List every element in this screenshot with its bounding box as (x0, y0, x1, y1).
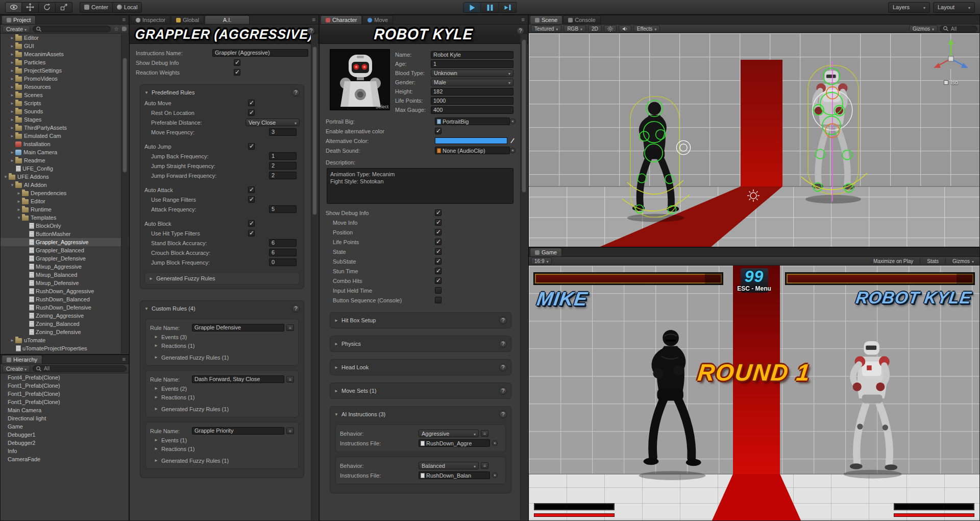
effects-dropdown[interactable]: Effects (633, 25, 660, 32)
scrollbar-thumb[interactable] (522, 39, 526, 193)
tab-character[interactable]: Character (321, 15, 362, 24)
project-tree-item[interactable]: Mixup_Defensive (1, 279, 129, 287)
project-tree-item[interactable]: Runtime (1, 205, 129, 214)
rule-checkbox[interactable] (248, 143, 255, 150)
project-tree-item[interactable]: uTomateProjectProperties (1, 344, 129, 352)
rule-number-field[interactable]: 6 (269, 249, 297, 256)
project-tree-item[interactable]: Grappler_Aggressive (1, 238, 129, 246)
hierarchy-item[interactable]: Font1_Prefab(Clone) (1, 390, 129, 398)
panel-menu-icon[interactable] (520, 16, 527, 22)
project-tree-item[interactable]: AI Addon (1, 181, 129, 189)
gizmos-dropdown[interactable]: Gizmos (909, 25, 938, 32)
object-picker-icon[interactable] (510, 119, 516, 124)
help-button[interactable] (292, 89, 300, 97)
character-text-field[interactable]: 182 (431, 88, 513, 96)
rule-checkbox[interactable] (248, 196, 255, 203)
hierarchy-item[interactable]: Main Camera (1, 406, 129, 414)
rule-number-field[interactable]: 5 (269, 205, 297, 213)
reactions-foldout[interactable]: Reactions (1) (150, 444, 294, 453)
project-tree-item[interactable]: RushDown_Defensive (1, 303, 129, 312)
char-debug-checkbox[interactable] (435, 209, 442, 216)
character-text-field[interactable]: 400 (431, 106, 513, 114)
rotate-tool-button[interactable] (39, 2, 56, 13)
tab-ai[interactable]: A.I. (205, 15, 250, 24)
project-tree-item[interactable]: RushDown_Balanced (1, 295, 129, 303)
foldout-arrow-icon[interactable] (9, 68, 15, 73)
foldout-arrow-icon[interactable] (9, 60, 15, 65)
foldout-arrow-icon[interactable] (9, 52, 15, 57)
help-button[interactable] (499, 364, 507, 371)
scene-viewport[interactable]: Iso (529, 33, 979, 247)
scene-search-input[interactable]: All (940, 26, 977, 32)
hierarchy-item[interactable]: Info (1, 447, 129, 455)
foldout-arrow-icon[interactable] (9, 158, 15, 163)
foldout-arrow-icon[interactable] (16, 191, 22, 196)
show-debug-checkbox[interactable] (234, 59, 240, 66)
project-tree-item[interactable]: GUI (1, 42, 129, 50)
scrollbar-thumb[interactable] (312, 46, 317, 215)
layers-dropdown[interactable]: Layers (888, 2, 930, 13)
foldout-arrow-icon[interactable] (9, 85, 15, 89)
debug-option-checkbox[interactable] (435, 277, 442, 284)
scrollbar-thumb[interactable] (122, 58, 127, 173)
rule-number-field[interactable]: 3 (269, 128, 297, 136)
scale-tool-button[interactable] (56, 2, 72, 13)
hierarchy-item[interactable]: Debugger2 (1, 439, 129, 447)
tab-game[interactable]: Game (530, 248, 562, 256)
character-text-field[interactable]: Robot Kyle (431, 51, 513, 59)
project-tree-item[interactable]: ThirdPartyAssets (1, 124, 129, 132)
behavior-dropdown[interactable]: Balanced (419, 462, 479, 469)
rule-menu-icon[interactable] (286, 324, 294, 331)
foldout-arrow-icon[interactable] (9, 134, 15, 138)
label-icon[interactable] (122, 27, 127, 31)
instructions-file-field[interactable]: RushDown_Aggre (419, 439, 490, 447)
portrait-big-object-field[interactable]: PortraitBig (435, 117, 510, 125)
foldout-arrow-icon[interactable] (9, 101, 15, 106)
project-tree-item[interactable]: Editor (1, 197, 129, 205)
object-picker-icon[interactable] (492, 472, 498, 478)
rule-dropdown[interactable]: Very Close (246, 119, 300, 126)
debug-option-checkbox[interactable] (435, 287, 442, 294)
death-sound-object-field[interactable]: None (AudioClip) (435, 147, 510, 154)
lighting-toggle[interactable] (604, 25, 617, 32)
pivot-toggle-button[interactable]: Center (80, 2, 112, 13)
tab-project[interactable]: Project (2, 15, 36, 24)
project-tree-item[interactable]: Mixup_Balanced (1, 271, 129, 279)
hierarchy-item[interactable]: CameraFade (1, 455, 129, 463)
object-picker-icon[interactable] (510, 148, 516, 153)
rule-number-field[interactable]: 0 (269, 258, 297, 266)
2d-toggle[interactable]: 2D (588, 25, 602, 32)
character-dropdown[interactable]: Unknown (431, 69, 513, 77)
project-tree-item[interactable]: Editor (1, 34, 129, 42)
collapsed-group[interactable]: Physics (330, 336, 511, 352)
project-tree-item[interactable]: Zoning_Balanced (1, 320, 129, 328)
tab-hierarchy[interactable]: Hierarchy (2, 355, 42, 364)
project-scrollbar[interactable] (121, 34, 128, 353)
events-foldout[interactable]: Events (2) (150, 384, 294, 393)
events-foldout[interactable]: Events (1) (150, 436, 294, 444)
tab-scene[interactable]: Scene (530, 15, 562, 24)
rule-checkbox[interactable] (248, 186, 255, 193)
foldout-arrow-icon[interactable] (16, 207, 22, 212)
hierarchy-item[interactable]: Directional light (1, 414, 129, 422)
foldout-arrow-icon[interactable] (9, 183, 15, 187)
behavior-dropdown[interactable]: Aggressive (419, 430, 479, 437)
pause-button[interactable] (481, 2, 499, 13)
rule-number-field[interactable]: 2 (269, 162, 297, 170)
rule-name-field[interactable]: Grapple Priority (192, 427, 284, 435)
foldout-arrow-icon[interactable] (9, 117, 15, 122)
debug-option-checkbox[interactable] (435, 229, 442, 235)
rule-name-field[interactable]: Grapple Defensive (192, 324, 284, 331)
stats-toggle[interactable]: Stats (923, 257, 942, 265)
shading-mode-dropdown[interactable]: Textured (531, 25, 561, 32)
project-tree-item[interactable]: Main Camera (1, 148, 129, 156)
help-button[interactable] (307, 27, 315, 35)
hierarchy-item[interactable]: Font1_Prefab(Clone) (1, 382, 129, 390)
step-button[interactable] (499, 2, 517, 13)
axis-gizmo[interactable]: Iso (929, 37, 972, 86)
foldout-arrow-icon[interactable] (3, 175, 9, 179)
generated-fuzzy-rules-foldout[interactable]: Generated Fuzzy Rules (144, 272, 300, 285)
foldout-arrow-icon[interactable] (16, 199, 22, 204)
rule-name-field[interactable]: Dash Forward, Stay Close (192, 375, 284, 383)
reaction-weights-checkbox[interactable] (234, 69, 240, 76)
